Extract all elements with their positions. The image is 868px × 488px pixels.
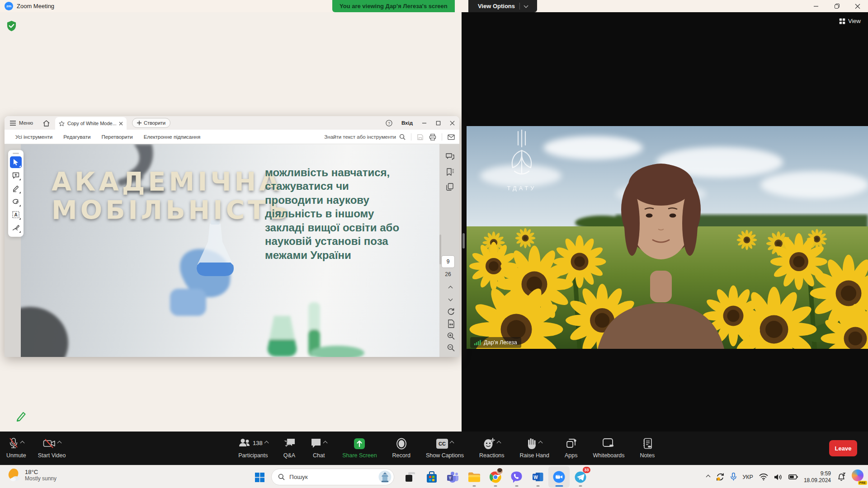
tray-overflow-button[interactable] [707,475,710,479]
video-options-chevron[interactable] [57,441,61,446]
lasso-tool-button[interactable] [10,196,22,207]
sync-status-button[interactable] [716,473,725,481]
mail-icon[interactable] [448,134,455,140]
signal-bars-icon [474,340,481,345]
taskbar-apps: T [400,466,591,488]
sign-tool-button[interactable] [10,222,22,234]
edit-text-tool-button[interactable]: A [10,209,22,221]
bookmarks-panel-button[interactable] [444,166,456,178]
next-page-button[interactable] [449,294,452,302]
zoom-out-button[interactable] [447,344,455,352]
comment-tool-button[interactable] [10,169,22,181]
share-screen-label: Share Screen [342,452,377,459]
share-screen-button[interactable]: Share Screen [342,432,377,465]
previous-page-button[interactable] [449,283,452,291]
zoom-in-button[interactable] [447,332,455,340]
microsoft-store-button[interactable] [421,466,442,488]
raise-hand-chevron[interactable] [538,441,543,446]
all-tools-menu[interactable]: Усі інструменти [15,134,52,140]
task-view-button[interactable] [400,466,421,488]
zoom-app-button[interactable]: zoom [548,466,570,488]
apps-button[interactable]: Apps [565,432,578,465]
participants-chevron[interactable] [264,441,269,446]
search-highlight-image[interactable] [378,470,392,483]
captions-chevron[interactable] [449,441,454,446]
clock[interactable]: 9:59 18.09.2024 [804,470,831,484]
restore-button[interactable] [826,0,847,12]
chrome-button[interactable] [485,466,506,488]
rail-drag-handle[interactable] [13,153,19,154]
taskbar-search[interactable]: Пошук [271,469,394,485]
battery-indicator[interactable] [788,474,798,479]
captions-label: Show Captions [426,452,464,459]
search-icon [399,134,406,140]
pages-panel-button[interactable] [444,181,456,192]
acrobat-maximize-icon[interactable] [436,121,441,126]
flyout-corner [19,192,21,193]
word-button[interactable]: W [527,466,548,488]
show-captions-button[interactable]: CC Show Captions [426,432,464,465]
temperature: 18°C [25,469,57,475]
teams-button[interactable]: T [442,466,463,488]
svg-text:W: W [533,475,538,480]
edit-menu[interactable]: Редагувати [63,134,90,140]
reactions-button[interactable]: Reactions [479,432,505,465]
notes-button[interactable]: Notes [640,432,655,465]
chat-button[interactable]: Chat [311,432,327,465]
language-indicator[interactable]: УКР [742,474,753,480]
acrobat-menu-button[interactable]: Меню [10,116,33,130]
create-document-button[interactable]: Створити [132,118,170,128]
page-number-input[interactable] [441,255,455,268]
start-video-button[interactable]: Start Video [38,432,66,465]
close-button[interactable] [847,0,868,12]
participants-button[interactable]: 138 Participants [238,432,268,465]
reactions-chevron[interactable] [496,441,501,446]
leave-button[interactable]: Leave [829,440,857,456]
copilot-button[interactable]: PRE [852,469,865,485]
wifi-button[interactable] [759,474,768,480]
svg-text:A: A [14,212,17,217]
whiteboards-button[interactable]: Whiteboards [593,432,624,465]
viber-button[interactable] [506,466,527,488]
meeting-controls-toolbar: Unmute Start Video 138 [0,432,868,465]
notifications-button[interactable] [837,473,846,482]
mic-in-use-indicator[interactable] [731,473,736,481]
volume-button[interactable] [774,474,783,481]
find-text-button[interactable]: Знайти текст або інструменти [324,134,406,140]
tab-close-icon[interactable] [119,122,123,126]
audio-options-chevron[interactable] [20,441,24,446]
unmute-button[interactable]: Unmute [6,432,26,465]
signin-button[interactable]: Вхід [401,120,413,126]
view-options-dropdown[interactable]: View Options [468,0,537,12]
weather-widget[interactable]: 18°C Mostly sunny [6,468,57,482]
acrobat-document-tab[interactable]: Copy of White Mode... [55,117,127,130]
telegram-button[interactable]: 33 [570,466,591,488]
viber-icon [511,471,522,483]
chat-chevron[interactable] [323,441,328,446]
esign-menu[interactable]: Електронне підписання [144,134,201,140]
acrobat-close-icon[interactable] [450,121,455,126]
file-explorer-button[interactable] [463,466,485,488]
save-icon[interactable] [417,134,424,141]
comments-panel-button[interactable] [444,151,456,163]
highlight-tool-button[interactable] [10,183,22,194]
view-layout-button[interactable]: View [839,18,861,24]
record-button[interactable]: Record [392,432,410,465]
annotation-pencil-button[interactable] [14,408,29,423]
rotate-page-button[interactable] [447,308,455,315]
qa-button[interactable]: Q&A [283,432,295,465]
raise-hand-button[interactable]: Raise Hand [520,432,549,465]
start-button[interactable] [252,470,267,484]
viewing-banner-text: You are viewing Дар'я Легеза's screen [340,3,448,9]
print-icon[interactable] [429,134,436,141]
convert-menu[interactable]: Перетворити [101,134,132,140]
help-icon[interactable]: ? [386,120,392,127]
speaker-video-tile[interactable]: ТДАТУ Дар'я Легеза [467,126,868,349]
acrobat-right-rail [443,148,457,196]
select-tool-button[interactable] [10,156,22,168]
pane-resize-handle[interactable] [462,233,465,249]
minimize-button[interactable] [806,0,826,12]
fit-width-button[interactable] [448,319,455,328]
acrobat-home-button[interactable] [41,119,52,127]
acrobat-minimize-icon[interactable] [422,121,427,126]
